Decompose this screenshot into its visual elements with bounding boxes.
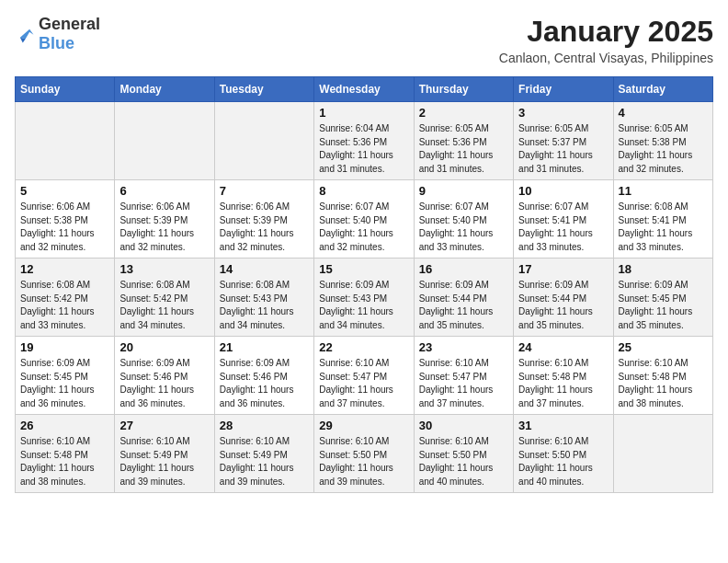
col-header-wednesday: Wednesday [314, 77, 414, 102]
day-info: Sunrise: 6:10 AMSunset: 5:47 PMDaylight:… [319, 357, 408, 410]
day-number: 5 [20, 184, 109, 198]
day-cell [613, 415, 712, 493]
day-info: Sunrise: 6:08 AMSunset: 5:41 PMDaylight:… [619, 201, 708, 254]
day-info: Sunrise: 6:08 AMSunset: 5:42 PMDaylight:… [119, 279, 209, 332]
day-cell [214, 102, 313, 180]
day-cell: 5Sunrise: 6:06 AMSunset: 5:38 PMDaylight… [16, 180, 115, 259]
day-info: Sunrise: 6:09 AMSunset: 5:46 PMDaylight:… [220, 357, 309, 410]
day-cell: 6Sunrise: 6:06 AMSunset: 5:39 PMDaylight… [115, 180, 214, 259]
day-cell: 15Sunrise: 6:09 AMSunset: 5:43 PMDayligh… [314, 259, 414, 337]
day-info: Sunrise: 6:10 AMSunset: 5:50 PMDaylight:… [419, 435, 508, 488]
day-info: Sunrise: 6:06 AMSunset: 5:39 PMDaylight:… [119, 201, 209, 254]
day-info: Sunrise: 6:10 AMSunset: 5:48 PMDaylight:… [619, 357, 708, 410]
day-info: Sunrise: 6:09 AMSunset: 5:44 PMDaylight:… [419, 279, 508, 332]
day-number: 6 [119, 184, 209, 198]
day-info: Sunrise: 6:09 AMSunset: 5:44 PMDaylight:… [518, 279, 608, 332]
col-header-friday: Friday [514, 77, 613, 102]
day-info: Sunrise: 6:04 AMSunset: 5:36 PMDaylight:… [319, 122, 408, 176]
day-info: Sunrise: 6:10 AMSunset: 5:49 PMDaylight:… [119, 435, 209, 488]
day-number: 22 [319, 340, 408, 354]
day-info: Sunrise: 6:10 AMSunset: 5:48 PMDaylight:… [518, 357, 608, 410]
day-info: Sunrise: 6:09 AMSunset: 5:46 PMDaylight:… [119, 357, 209, 410]
day-info: Sunrise: 6:09 AMSunset: 5:43 PMDaylight:… [319, 279, 408, 332]
day-cell [16, 102, 115, 180]
col-header-sunday: Sunday [16, 77, 115, 102]
day-number: 10 [518, 184, 608, 198]
day-cell: 1Sunrise: 6:04 AMSunset: 5:36 PMDaylight… [314, 102, 414, 180]
day-info: Sunrise: 6:10 AMSunset: 5:49 PMDaylight:… [220, 435, 309, 488]
day-cell: 7Sunrise: 6:06 AMSunset: 5:39 PMDaylight… [214, 180, 313, 259]
day-cell: 11Sunrise: 6:08 AMSunset: 5:41 PMDayligh… [613, 180, 712, 259]
day-info: Sunrise: 6:06 AMSunset: 5:39 PMDaylight:… [220, 201, 309, 254]
day-info: Sunrise: 6:09 AMSunset: 5:45 PMDaylight:… [619, 279, 708, 332]
week-row-4: 19Sunrise: 6:09 AMSunset: 5:45 PMDayligh… [16, 337, 713, 415]
day-info: Sunrise: 6:05 AMSunset: 5:37 PMDaylight:… [518, 122, 608, 176]
day-number: 24 [518, 340, 608, 354]
day-info: Sunrise: 6:10 AMSunset: 5:50 PMDaylight:… [319, 435, 408, 488]
day-number: 13 [119, 262, 209, 276]
day-number: 3 [518, 106, 608, 120]
day-info: Sunrise: 6:08 AMSunset: 5:42 PMDaylight:… [20, 279, 109, 332]
day-number: 14 [220, 262, 309, 276]
day-cell: 2Sunrise: 6:05 AMSunset: 5:36 PMDaylight… [414, 102, 513, 180]
day-cell: 30Sunrise: 6:10 AMSunset: 5:50 PMDayligh… [414, 415, 513, 493]
day-info: Sunrise: 6:07 AMSunset: 5:40 PMDaylight:… [319, 201, 408, 254]
col-header-tuesday: Tuesday [214, 77, 313, 102]
day-number: 27 [119, 419, 209, 432]
week-row-2: 5Sunrise: 6:06 AMSunset: 5:38 PMDaylight… [16, 180, 713, 259]
day-cell: 4Sunrise: 6:05 AMSunset: 5:38 PMDaylight… [613, 102, 712, 180]
day-cell: 3Sunrise: 6:05 AMSunset: 5:37 PMDaylight… [514, 102, 613, 180]
day-number: 21 [220, 340, 309, 354]
week-row-3: 12Sunrise: 6:08 AMSunset: 5:42 PMDayligh… [16, 259, 713, 337]
day-number: 19 [20, 340, 109, 354]
day-info: Sunrise: 6:10 AMSunset: 5:48 PMDaylight:… [20, 435, 109, 488]
day-number: 25 [619, 340, 708, 354]
day-info: Sunrise: 6:05 AMSunset: 5:36 PMDaylight:… [419, 122, 508, 176]
day-cell: 29Sunrise: 6:10 AMSunset: 5:50 PMDayligh… [314, 415, 414, 493]
day-number: 28 [220, 419, 309, 432]
day-number: 16 [419, 262, 508, 276]
day-number: 26 [20, 419, 109, 432]
day-info: Sunrise: 6:05 AMSunset: 5:38 PMDaylight:… [619, 122, 708, 176]
day-cell: 21Sunrise: 6:09 AMSunset: 5:46 PMDayligh… [214, 337, 313, 415]
day-cell: 26Sunrise: 6:10 AMSunset: 5:48 PMDayligh… [16, 415, 115, 493]
calendar-table: SundayMondayTuesdayWednesdayThursdayFrid… [15, 76, 713, 493]
svg-marker-0 [20, 29, 34, 39]
day-number: 8 [319, 184, 408, 198]
title-block: January 2025 Canlaon, Central Visayas, P… [499, 15, 713, 65]
col-header-saturday: Saturday [613, 77, 712, 102]
day-cell: 14Sunrise: 6:08 AMSunset: 5:43 PMDayligh… [214, 259, 313, 337]
day-info: Sunrise: 6:08 AMSunset: 5:43 PMDaylight:… [220, 279, 309, 332]
day-cell: 9Sunrise: 6:07 AMSunset: 5:40 PMDaylight… [414, 180, 513, 259]
day-cell: 12Sunrise: 6:08 AMSunset: 5:42 PMDayligh… [16, 259, 115, 337]
location-title: Canlaon, Central Visayas, Philippines [499, 51, 713, 65]
day-info: Sunrise: 6:07 AMSunset: 5:41 PMDaylight:… [518, 201, 608, 254]
day-number: 20 [119, 340, 209, 354]
day-info: Sunrise: 6:09 AMSunset: 5:45 PMDaylight:… [20, 357, 109, 410]
day-number: 12 [20, 262, 109, 276]
logo-general: General [39, 15, 100, 33]
day-info: Sunrise: 6:07 AMSunset: 5:40 PMDaylight:… [419, 201, 508, 254]
day-number: 11 [619, 184, 708, 198]
day-info: Sunrise: 6:06 AMSunset: 5:38 PMDaylight:… [20, 201, 109, 254]
day-cell: 25Sunrise: 6:10 AMSunset: 5:48 PMDayligh… [613, 337, 712, 415]
day-number: 4 [619, 106, 708, 120]
logo: General Blue [15, 15, 100, 53]
day-number: 18 [619, 262, 708, 276]
logo-icon [15, 24, 35, 44]
day-cell: 19Sunrise: 6:09 AMSunset: 5:45 PMDayligh… [16, 337, 115, 415]
day-number: 15 [319, 262, 408, 276]
col-header-thursday: Thursday [414, 77, 513, 102]
day-cell: 16Sunrise: 6:09 AMSunset: 5:44 PMDayligh… [414, 259, 513, 337]
day-cell: 28Sunrise: 6:10 AMSunset: 5:49 PMDayligh… [214, 415, 313, 493]
day-cell: 13Sunrise: 6:08 AMSunset: 5:42 PMDayligh… [115, 259, 214, 337]
day-number: 31 [518, 419, 608, 432]
day-number: 29 [319, 419, 408, 432]
day-number: 7 [220, 184, 309, 198]
day-cell: 18Sunrise: 6:09 AMSunset: 5:45 PMDayligh… [613, 259, 712, 337]
day-number: 1 [319, 106, 408, 120]
day-number: 2 [419, 106, 508, 120]
day-info: Sunrise: 6:10 AMSunset: 5:47 PMDaylight:… [419, 357, 508, 410]
day-cell: 17Sunrise: 6:09 AMSunset: 5:44 PMDayligh… [514, 259, 613, 337]
day-info: Sunrise: 6:10 AMSunset: 5:50 PMDaylight:… [518, 435, 608, 488]
